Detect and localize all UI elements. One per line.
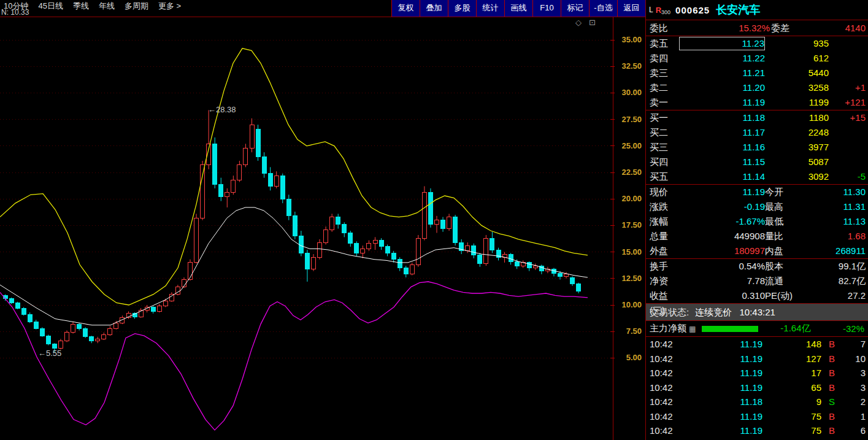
- tick-price: 11.19: [680, 409, 762, 424]
- ladder-label: 买五: [650, 169, 679, 184]
- main-force-percent: -32%: [843, 323, 866, 334]
- ladder-price: 11.15: [679, 155, 765, 169]
- stock-code: 000625: [675, 5, 710, 15]
- toolbar-button-7[interactable]: 标记: [561, 0, 589, 17]
- ladder-change: [829, 140, 866, 155]
- toolbar-button-1[interactable]: 复权: [391, 0, 420, 17]
- svg-text:25.00: 25.00: [621, 141, 642, 150]
- ladder-label: 卖二: [650, 80, 679, 95]
- tick-row[interactable]: 10:4211.19127B10: [646, 352, 868, 366]
- tick-volume: 17: [762, 366, 821, 380]
- bid-row[interactable]: 买四11.155087: [646, 155, 868, 169]
- ladder-price: 11.18: [679, 110, 765, 125]
- detail-list-icon[interactable]: ▦: [689, 325, 696, 333]
- weibi-label: 委比: [650, 20, 679, 36]
- tick-time: 10:42: [650, 423, 680, 438]
- toolbar-button-2[interactable]: 叠加: [420, 0, 448, 17]
- quote-row: 现价11.19今开11.30: [646, 185, 868, 199]
- ladder-change: -5: [829, 169, 866, 184]
- ladder-volume: 5087: [765, 155, 829, 169]
- tick-row[interactable]: 10:4211.189S2: [646, 395, 868, 409]
- tick-side: B: [821, 423, 842, 438]
- ladder-price: 11.23: [679, 37, 765, 50]
- tick-volume: 9: [762, 395, 821, 409]
- weibi-row: 委比 15.32% 委差 4140: [646, 20, 868, 36]
- ladder-label: 卖四: [650, 51, 679, 66]
- ask-row[interactable]: 卖四11.22612: [646, 51, 868, 66]
- period-menu-item-3[interactable]: 季线: [73, 1, 89, 12]
- window-icon[interactable]: ⊡: [589, 18, 596, 26]
- trade-status-value: 连续竞价: [695, 307, 732, 317]
- candlestick-chart[interactable]: 35.0032.5030.0027.5025.0022.5020.0017.50…: [0, 17, 645, 440]
- ladder-price: 11.19: [679, 95, 765, 110]
- ladder-change: [829, 36, 866, 51]
- toolbar-button-3[interactable]: 多股: [448, 0, 476, 17]
- quote-row: 涨跌-0.19最高11.31: [646, 199, 868, 214]
- ask-row[interactable]: 卖三11.215440: [646, 66, 868, 80]
- quote-row: 总量449908量比1.68: [646, 229, 868, 244]
- bid-row[interactable]: 买三11.163977: [646, 140, 868, 155]
- tick-count: 10: [842, 352, 866, 366]
- quote-value: -0.19: [679, 199, 765, 214]
- quote-value: 11.19: [679, 185, 765, 199]
- ladder-volume: 3977: [765, 140, 829, 155]
- quote-panel: L R 300 000625 长安汽车 委比 15.32% 委差 4140 卖五…: [645, 0, 868, 440]
- quote-label: 最低: [765, 214, 803, 229]
- quote-value: 1.68: [803, 229, 866, 244]
- bid-row[interactable]: 买一11.181180+15: [646, 110, 868, 125]
- level-flag: L: [649, 6, 653, 14]
- chart-region: 35.0032.5030.0027.5025.0022.5020.0017.50…: [0, 17, 645, 440]
- tick-row[interactable]: 10:4211.1975B6: [646, 423, 868, 438]
- tick-volume: 75: [762, 409, 821, 424]
- diamond-marker-icon[interactable]: ◇: [575, 18, 582, 26]
- ladder-volume: 1199: [765, 95, 829, 110]
- bid-row[interactable]: 买五11.143092-5: [646, 169, 868, 184]
- tick-price: 11.19: [680, 352, 762, 366]
- tick-side: B: [821, 352, 842, 366]
- toolbar-button-8[interactable]: -自选: [589, 0, 617, 17]
- ask-row[interactable]: 卖五11.23935: [646, 36, 868, 51]
- tick-time: 10:42: [650, 352, 680, 366]
- ladder-label: 卖五: [650, 36, 679, 51]
- ladder-change: [829, 51, 866, 66]
- ladder-label: 卖一: [650, 95, 679, 110]
- tick-time: 10:42: [650, 366, 680, 380]
- period-menu-item-6[interactable]: 更多 >: [158, 1, 181, 12]
- tick-row[interactable]: 10:4211.1917B3: [646, 366, 868, 380]
- tick-row[interactable]: 10:4211.1965B3: [646, 380, 868, 395]
- toolbar-button-4[interactable]: 统计: [476, 0, 504, 17]
- quote-label: 涨跌: [650, 199, 679, 214]
- period-menu-item-5[interactable]: 多周期: [125, 1, 148, 12]
- ask-row[interactable]: 卖一11.191199+121: [646, 95, 868, 110]
- quote-row: 换手0.54%股本99.1亿: [646, 259, 868, 274]
- tick-side: B: [821, 380, 842, 395]
- quote-label: 流通: [765, 274, 803, 288]
- ladder-price: 11.14: [679, 169, 765, 184]
- main-force-bar: [702, 326, 758, 332]
- tick-price: 11.18: [680, 395, 762, 409]
- toolbar-button-9[interactable]: 返回: [617, 0, 645, 17]
- period-menu-item-2[interactable]: 45日线: [38, 1, 63, 12]
- svg-text:22.50: 22.50: [621, 168, 642, 177]
- period-menu-item-4[interactable]: 年线: [99, 1, 115, 12]
- toolbar-button-6[interactable]: F10: [532, 0, 561, 17]
- quote-value: 82.7亿: [803, 274, 866, 288]
- ask-row[interactable]: 卖二11.203258+1: [646, 80, 868, 95]
- tick-price: 11.19: [680, 423, 762, 438]
- bid-row[interactable]: 买二11.172248: [646, 125, 868, 140]
- tick-row[interactable]: 10:4211.19148B7: [646, 337, 868, 352]
- ladder-volume: 935: [765, 36, 829, 51]
- quote-summary: 现价11.19今开11.30涨跌-0.19最高11.31涨幅-1.67%最低11…: [646, 185, 868, 259]
- toolbar-button-5[interactable]: 画线: [504, 0, 532, 17]
- quote-label: 总量: [650, 229, 679, 244]
- ladder-price: 11.21: [679, 66, 765, 80]
- tick-row[interactable]: 10:4211.1975B1: [646, 409, 868, 424]
- ladder-price: 11.20: [679, 80, 765, 95]
- svg-text:5.00: 5.00: [626, 353, 642, 362]
- quote-label: 净资: [650, 274, 679, 288]
- tick-side: B: [821, 409, 842, 424]
- svg-text:10.00: 10.00: [621, 300, 642, 309]
- svg-text:15.00: 15.00: [621, 247, 642, 257]
- period-menu: 10分钟45日线季线年线多周期更多 >: [4, 1, 181, 12]
- tick-price: 11.19: [680, 337, 762, 352]
